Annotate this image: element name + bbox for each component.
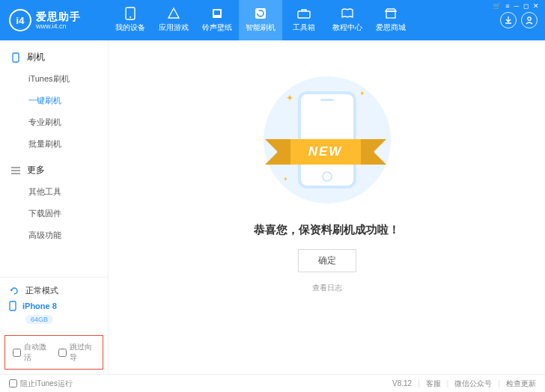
mode-label: 正常模式 [25, 285, 58, 296]
nav-flash[interactable]: 智能刷机 [239, 0, 282, 40]
svg-rect-3 [214, 10, 220, 15]
svg-rect-5 [298, 11, 310, 18]
nav-ringtones[interactable]: 铃声壁纸 [195, 0, 239, 40]
nav-label: 应用游戏 [159, 22, 189, 33]
header-right [500, 12, 545, 28]
mode-row[interactable]: 正常模式 [9, 285, 99, 296]
nav: 我的设备 应用游戏 铃声壁纸 智能刷机 工具箱 教程中心 [109, 0, 500, 40]
maximize-icon[interactable]: ◻ [523, 2, 529, 10]
sidebar-group-title: 刷机 [27, 51, 45, 64]
success-message: 恭喜您，保资料刷机成功啦！ [254, 223, 400, 237]
auto-activate-checkbox[interactable]: 自动激活 [13, 342, 49, 363]
phone-icon [9, 301, 16, 311]
brand: i4 爱思助手 www.i4.cn [0, 9, 109, 31]
svg-rect-4 [255, 8, 266, 19]
sidebar-item-advanced[interactable]: 高级功能 [0, 224, 108, 246]
list-icon [10, 167, 21, 174]
device-name: iPhone 8 [22, 301, 57, 310]
ok-button[interactable]: 确定 [298, 249, 356, 272]
sidebar-group-more: 更多 [0, 159, 108, 181]
brand-logo: i4 [9, 9, 31, 31]
sidebar: 刷机 iTunes刷机 一键刷机 专业刷机 批量刷机 更多 其他工具 下载固件 … [0, 40, 109, 374]
wechat-link[interactable]: 微信公众号 [454, 379, 492, 389]
version-label: V8.12 [392, 379, 412, 388]
sidebar-item-batch-flash[interactable]: 批量刷机 [0, 133, 108, 155]
storage-badge: 64GB [25, 315, 53, 324]
svg-rect-8 [13, 53, 19, 62]
menu-icon[interactable]: ≡ [505, 2, 509, 10]
book-icon [341, 7, 354, 19]
device-icon [124, 7, 137, 19]
close-icon[interactable]: ✕ [533, 2, 539, 10]
nav-shop[interactable]: 爱思商城 [369, 0, 412, 40]
footer: 阻止iTunes运行 V8.12 | 客服 | 微信公众号 | 检查更新 [0, 374, 545, 392]
svg-point-1 [130, 16, 131, 18]
brand-name: 爱思助手 [36, 11, 81, 22]
svg-rect-9 [10, 301, 16, 310]
toolbox-icon [297, 7, 311, 19]
nav-label: 工具箱 [293, 22, 315, 33]
phone-icon [10, 52, 21, 63]
window-controls: 🛒 ≡ ─ ◻ ✕ [493, 2, 539, 10]
nav-toolbox[interactable]: 工具箱 [282, 0, 326, 40]
sidebar-item-one-click-flash[interactable]: 一键刷机 [0, 90, 108, 111]
refresh-icon [254, 7, 267, 19]
apps-icon [167, 7, 180, 19]
sidebar-item-itunes-flash[interactable]: iTunes刷机 [0, 68, 108, 90]
header: i4 爱思助手 www.i4.cn 我的设备 应用游戏 铃声壁纸 智能刷机 [0, 0, 545, 40]
check-update-link[interactable]: 检查更新 [506, 379, 536, 389]
shop-icon [384, 7, 398, 19]
nav-label: 爱思商城 [376, 22, 406, 33]
nav-label: 我的设备 [115, 22, 145, 33]
nav-label: 铃声壁纸 [202, 22, 232, 33]
sidebar-item-pro-flash[interactable]: 专业刷机 [0, 111, 108, 133]
music-icon [210, 7, 224, 19]
cart-icon[interactable]: 🛒 [493, 2, 501, 10]
nav-apps[interactable]: 应用游戏 [152, 0, 195, 40]
nav-tutorials[interactable]: 教程中心 [326, 0, 369, 40]
svg-rect-6 [386, 11, 395, 18]
nav-my-device[interactable]: 我的设备 [109, 0, 152, 40]
sidebar-group-flash: 刷机 [0, 46, 108, 68]
sidebar-status-panel: 正常模式 iPhone 8 64GB [0, 277, 108, 331]
minimize-icon[interactable]: ─ [514, 2, 519, 10]
nav-label: 教程中心 [332, 22, 362, 33]
block-itunes-checkbox[interactable]: 阻止iTunes运行 [9, 379, 73, 389]
nav-label: 智能刷机 [246, 22, 275, 33]
download-button[interactable] [500, 12, 517, 28]
skip-wizard-checkbox[interactable]: 跳过向导 [58, 342, 95, 363]
success-illustration: ✦ ✦ ✦ NEW [264, 76, 391, 203]
sync-icon [9, 286, 19, 296]
flash-options-box: 自动激活 跳过向导 [4, 335, 103, 370]
new-ribbon: NEW [277, 139, 374, 165]
support-link[interactable]: 客服 [426, 379, 441, 389]
sidebar-group-title: 更多 [27, 164, 45, 177]
device-row[interactable]: iPhone 8 [9, 301, 99, 311]
view-log-link[interactable]: 查看日志 [312, 283, 342, 293]
main-content: ✦ ✦ ✦ NEW 恭喜您，保资料刷机成功啦！ 确定 查看日志 [109, 40, 545, 374]
user-button[interactable] [521, 12, 538, 28]
sidebar-item-other-tools[interactable]: 其他工具 [0, 181, 108, 203]
brand-url: www.i4.cn [36, 23, 81, 30]
sidebar-item-download-firmware[interactable]: 下载固件 [0, 203, 108, 224]
svg-point-7 [528, 17, 531, 20]
